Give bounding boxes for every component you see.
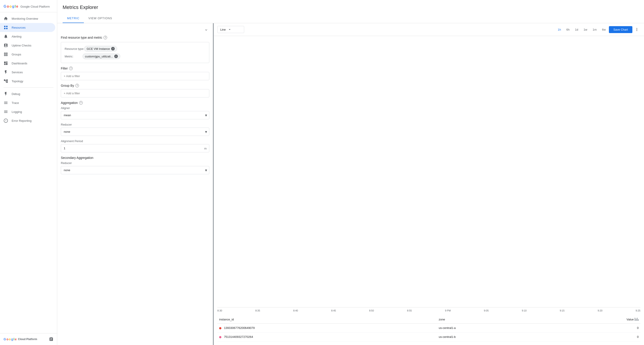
sidebar-label-topology: Topology xyxy=(12,79,23,83)
time-btn-1w[interactable]: 1w xyxy=(582,26,590,33)
reducer-label: Reducer xyxy=(61,123,209,126)
more-options-button[interactable] xyxy=(633,26,640,33)
x-label-925: 9:25 xyxy=(636,309,640,312)
metric-row: Metric: custom/gpu_utilizati... × xyxy=(64,53,206,59)
sidebar-label-resources: Resources xyxy=(12,26,26,29)
sidebar-item-debug[interactable]: Debug xyxy=(0,89,55,98)
resource-type-chip-close[interactable]: × xyxy=(111,47,115,50)
topology-icon xyxy=(4,79,8,83)
trace-icon xyxy=(4,100,8,105)
find-metric-help-icon[interactable]: ? xyxy=(104,36,107,39)
sidebar-item-groups[interactable]: Groups xyxy=(0,50,55,59)
time-btn-1h[interactable]: 1h xyxy=(556,26,563,33)
sidebar-bottom-google-logo: Google Cloud Platform xyxy=(4,338,37,341)
more-vert-icon xyxy=(634,27,639,32)
collapse-button[interactable] xyxy=(203,27,209,33)
reducer-field: Reducer none mean min max sum count ▾ xyxy=(61,123,209,136)
time-btn-6h[interactable]: 6h xyxy=(564,26,572,33)
row1-zone: us-central1-a xyxy=(437,324,552,333)
uptime-icon xyxy=(4,43,8,48)
aggregation-title: Aggregation ? xyxy=(61,101,209,105)
sidebar-label-services: Services xyxy=(12,71,23,74)
notes-icon xyxy=(49,337,54,342)
x-label-920: 9:20 xyxy=(598,309,602,312)
secondary-reducer-select-wrapper: none mean min max sum count ▾ xyxy=(61,166,209,174)
sidebar-item-dashboards[interactable]: Dashboards xyxy=(0,59,55,68)
sidebar-logo-text: Google Cloud Platform xyxy=(20,5,50,8)
filter-title: Filter ? xyxy=(61,67,209,70)
logging-icon xyxy=(4,109,8,114)
x-label-845: 8:45 xyxy=(331,309,336,312)
sidebar: Google Google Cloud Platform Monitoring … xyxy=(0,0,57,345)
svg-point-2 xyxy=(6,121,6,122)
row2-zone: us-central1-b xyxy=(437,333,552,342)
chart-type-value: Line xyxy=(220,28,226,31)
filter-section: Filter ? xyxy=(61,67,209,80)
aligner-select[interactable]: mean min max sum count stddev xyxy=(61,111,209,119)
alignment-period-label: Alignment Period xyxy=(61,139,209,143)
x-label-905: 9:05 xyxy=(484,309,488,312)
time-btn-1d[interactable]: 1d xyxy=(573,26,580,33)
services-icon xyxy=(4,70,8,74)
sidebar-item-services[interactable]: Services xyxy=(0,68,55,77)
chart-type-dropdown-icon xyxy=(228,27,232,31)
x-label-915: 9:15 xyxy=(560,309,564,312)
resource-type-chip: GCE VM Instance × xyxy=(84,46,117,52)
main-header: Metrics Explorer METRIC VIEW OPTIONS xyxy=(57,0,644,23)
metric-chip-close[interactable]: × xyxy=(114,54,118,58)
sidebar-item-logging[interactable]: Logging xyxy=(0,107,55,116)
sidebar-item-topology[interactable]: Topology xyxy=(0,77,55,86)
col-header-instance-id: instance_id xyxy=(217,316,437,324)
sidebar-item-error-reporting[interactable]: Error Reporting xyxy=(0,116,55,125)
secondary-reducer-select[interactable]: none mean min max sum count xyxy=(61,166,209,174)
x-label-835: 8:35 xyxy=(255,309,260,312)
time-range-group: 1h 6h 1d 1w 1m 6w Save Chart xyxy=(556,26,640,33)
left-panel: Find resource type and metric ? Resource… xyxy=(57,23,214,345)
metric-chip: custom/gpu_utilizati... × xyxy=(82,53,120,59)
col-header-zone: zone xyxy=(437,316,552,324)
debug-icon xyxy=(4,92,8,96)
chart-area: 8:30 8:35 8:40 8:45 8:50 8:55 9 PM 9:05 … xyxy=(214,36,644,345)
save-chart-button[interactable]: Save Chart xyxy=(609,26,632,33)
main-content: Metrics Explorer METRIC VIEW OPTIONS Fin… xyxy=(57,0,644,345)
chart-x-axis: 8:30 8:35 8:40 8:45 8:50 8:55 9 PM 9:05 … xyxy=(217,308,640,316)
x-label-840: 8:40 xyxy=(293,309,298,312)
aggregation-help-icon[interactable]: ? xyxy=(79,101,83,105)
sidebar-label-monitoring: Monitoring Overview xyxy=(12,17,38,20)
home-icon xyxy=(4,16,8,21)
sidebar-logo-area: Google Google Cloud Platform xyxy=(0,0,57,12)
sidebar-item-uptime-checks[interactable]: Uptime Checks xyxy=(0,41,55,50)
group-by-input[interactable] xyxy=(61,89,209,97)
x-label-830: 8:30 xyxy=(217,309,222,312)
sidebar-item-monitoring-overview[interactable]: Monitoring Overview xyxy=(0,14,55,23)
filter-input[interactable] xyxy=(61,72,209,80)
secondary-aggregation-section: Secondary Aggregation Reducer none mean … xyxy=(61,156,209,174)
tab-view-options[interactable]: VIEW OPTIONS xyxy=(84,14,116,23)
tab-metric[interactable]: METRIC xyxy=(62,14,84,23)
sidebar-bottom: Google Cloud Platform xyxy=(0,333,57,345)
panel-collapse-header xyxy=(61,27,209,33)
sidebar-item-resources[interactable]: Resources xyxy=(0,23,55,32)
row2-instance-id: 751314409327270264 xyxy=(217,333,437,342)
group-by-help-icon[interactable]: ? xyxy=(75,84,79,87)
row1-instance-id: 1393306776200649079 xyxy=(217,324,437,333)
group-by-section: Group By ? xyxy=(61,84,209,97)
col-header-value: Value xyxy=(552,316,640,324)
google-logo: Google xyxy=(4,4,18,8)
row2-dot xyxy=(219,336,222,338)
filter-help-icon[interactable]: ? xyxy=(69,67,73,70)
row1-value: 0 xyxy=(552,324,640,333)
sidebar-item-alerting[interactable]: Alerting xyxy=(0,32,55,41)
time-btn-6w[interactable]: 6w xyxy=(600,26,608,33)
metric-label: Metric: xyxy=(64,55,82,58)
time-btn-1m[interactable]: 1m xyxy=(590,26,599,33)
reducer-select[interactable]: none mean min max sum count xyxy=(61,128,209,136)
alignment-period-input[interactable] xyxy=(61,144,209,152)
alignment-period-field: Alignment Period m xyxy=(61,139,209,152)
chart-type-select[interactable]: Line xyxy=(217,26,244,33)
content-area: Find resource type and metric ? Resource… xyxy=(57,23,644,345)
secondary-reducer-label: Reducer xyxy=(61,161,209,165)
sidebar-label-debug: Debug xyxy=(12,92,20,96)
sidebar-label-alerting: Alerting xyxy=(12,35,22,38)
sidebar-item-trace[interactable]: Trace xyxy=(0,98,55,107)
